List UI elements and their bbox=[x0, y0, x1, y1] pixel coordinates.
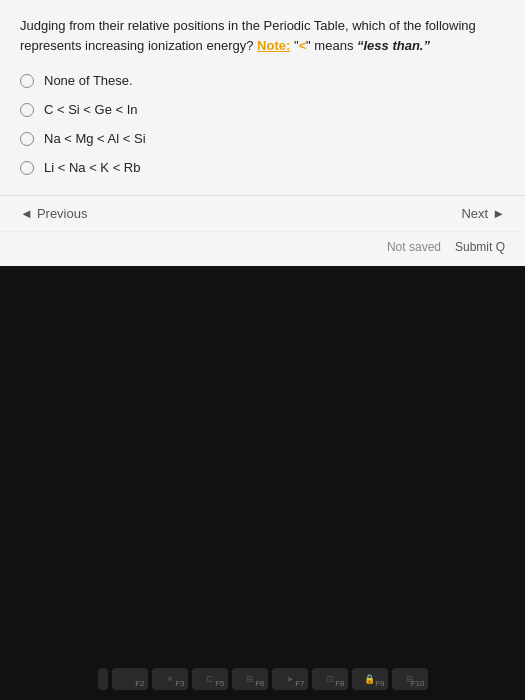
key-f2: F2 bbox=[112, 668, 148, 690]
previous-arrow-icon: ◄ bbox=[20, 206, 33, 221]
option-1[interactable]: None of These. bbox=[20, 73, 505, 88]
means-label: means bbox=[314, 38, 357, 53]
radio-1[interactable] bbox=[20, 74, 34, 88]
submit-button[interactable]: Submit Q bbox=[455, 240, 505, 254]
black-area: F2 ✕ F3 C F5 ⊞ F6 ➤ F7 ⊡ F8 bbox=[0, 266, 525, 700]
key-f7: ➤ F7 bbox=[272, 668, 308, 690]
key-f8: ⊡ F8 bbox=[312, 668, 348, 690]
previous-label: Previous bbox=[37, 206, 88, 221]
keyboard-row: F2 ✕ F3 C F5 ⊞ F6 ➤ F7 ⊡ F8 bbox=[98, 668, 428, 690]
key-f9: 🔒 F9 bbox=[352, 668, 388, 690]
navigation-bar: ◄ Previous Next ► bbox=[0, 195, 525, 231]
quiz-area: Judging from their relative positions in… bbox=[0, 0, 525, 195]
option-1-label: None of These. bbox=[44, 73, 133, 88]
radio-2[interactable] bbox=[20, 103, 34, 117]
question-text: Judging from their relative positions in… bbox=[20, 16, 505, 55]
option-2-label: C < Si < Ge < In bbox=[44, 102, 138, 117]
submit-bar: Not saved Submit Q bbox=[0, 231, 525, 266]
option-3[interactable]: Na < Mg < Al < Si bbox=[20, 131, 505, 146]
next-label: Next bbox=[461, 206, 488, 221]
less-than-phrase: “less than.” bbox=[357, 38, 430, 53]
key-f3: ✕ F3 bbox=[152, 668, 188, 690]
next-button[interactable]: Next ► bbox=[461, 206, 505, 221]
less-than-symbol: < bbox=[299, 38, 307, 53]
key-f10: ⊞ F10 bbox=[392, 668, 428, 690]
option-2[interactable]: C < Si < Ge < In bbox=[20, 102, 505, 117]
next-arrow-icon: ► bbox=[492, 206, 505, 221]
options-list: None of These. C < Si < Ge < In Na < Mg … bbox=[20, 73, 505, 175]
quote-close: " bbox=[306, 38, 311, 53]
option-4[interactable]: Li < Na < K < Rb bbox=[20, 160, 505, 175]
key-f6: ⊞ F6 bbox=[232, 668, 268, 690]
radio-3[interactable] bbox=[20, 132, 34, 146]
previous-button[interactable]: ◄ Previous bbox=[20, 206, 87, 221]
option-3-label: Na < Mg < Al < Si bbox=[44, 131, 146, 146]
screen: Judging from their relative positions in… bbox=[0, 0, 525, 700]
not-saved-status: Not saved bbox=[387, 240, 441, 254]
key-f5: C F5 bbox=[192, 668, 228, 690]
note-label: Note: bbox=[257, 38, 290, 53]
key-left-edge bbox=[98, 668, 108, 690]
option-4-label: Li < Na < K < Rb bbox=[44, 160, 140, 175]
radio-4[interactable] bbox=[20, 161, 34, 175]
